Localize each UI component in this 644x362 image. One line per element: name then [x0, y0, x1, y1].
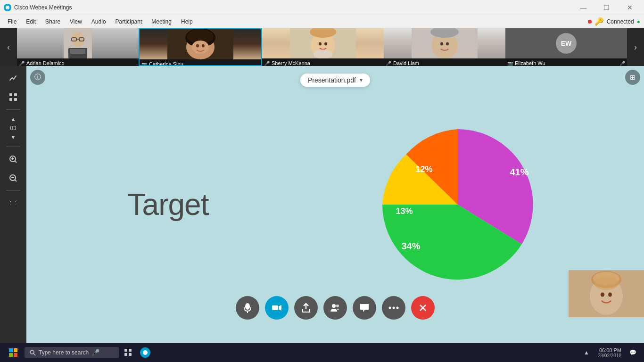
participant-video-elizabeth: EW	[505, 28, 627, 58]
webex-taskbar-icon-circle	[140, 347, 150, 358]
chat-button[interactable]	[353, 296, 376, 320]
mic-icon-adrian: 🎤	[19, 61, 25, 66]
info-button[interactable]: ⓘ	[30, 70, 45, 85]
participant-name-catherine: Catherine Sinu	[149, 61, 183, 66]
svg-point-25	[446, 42, 449, 46]
pie-chart: 41% 34% 13% 12%	[373, 120, 543, 289]
key-icon: 🔑	[594, 17, 604, 26]
window-controls[interactable]: — ☐ ✕	[573, 0, 640, 15]
mic-icon-david: 🎤	[386, 61, 391, 66]
menu-meeting[interactable]: Meeting	[148, 17, 175, 26]
participant-video-david	[384, 28, 505, 58]
minimize-button[interactable]: —	[573, 0, 594, 15]
layout-button[interactable]: ⊞	[625, 70, 640, 85]
menu-participant[interactable]: Participant	[112, 17, 146, 26]
strip-next-button[interactable]: ›	[627, 28, 644, 66]
svg-marker-47	[279, 305, 281, 311]
control-bar	[236, 296, 435, 320]
time-date: 06:00 PM 28/02/2018	[598, 347, 621, 358]
chart-label-purple: 41%	[510, 167, 528, 178]
windows-taskbar: Type here to search 🎤 ▲ 06:00 PM 28/02/2…	[0, 343, 644, 362]
close-button[interactable]: ✕	[619, 0, 640, 15]
share-button[interactable]	[294, 296, 318, 320]
presentation-dropdown-arrow: ▾	[360, 77, 363, 83]
mute-button[interactable]	[236, 296, 259, 320]
participant-name-bar-david: 🎤 David Liam	[384, 58, 505, 66]
participant-thumb-sherry[interactable]: 🎤 Sherry McKenna	[262, 28, 384, 66]
participant-name-bar-adrian: 🎤 Adrian Delamico	[17, 58, 139, 66]
page-number: 03	[10, 125, 16, 132]
notification-button[interactable]: 💬	[625, 345, 640, 360]
svg-point-53	[396, 307, 399, 309]
presentation-area: ⓘ ⊞ Presentation.pdf ▾ Target	[26, 66, 644, 343]
participants-button[interactable]	[323, 296, 347, 320]
strip-prev-button[interactable]: ‹	[0, 28, 17, 66]
menu-file[interactable]: File	[4, 17, 20, 26]
end-call-button[interactable]	[411, 296, 435, 320]
participant-avatar-elizabeth: EW	[556, 33, 577, 54]
webex-taskbar-icon-inner	[143, 350, 148, 355]
taskbar-search[interactable]: Type here to search 🎤	[25, 347, 119, 358]
svg-line-33	[15, 161, 17, 163]
menu-help[interactable]: Help	[177, 17, 197, 26]
system-tray: ▲ 06:00 PM 28/02/2018 💬	[579, 345, 640, 360]
toolbar-apps-button[interactable]	[4, 89, 23, 106]
main-area: ▲ 03 ▼ ⋮⋮ ⓘ ⊞ Presentation.pdf ▾ Target	[0, 66, 644, 343]
page-nav: ▲ 03 ▼	[4, 114, 23, 143]
connection-status: 🔑 Connected ●	[588, 17, 640, 26]
maximize-button[interactable]: ☐	[596, 0, 617, 15]
tray-date: 28/02/2018	[598, 353, 621, 358]
svg-rect-29	[14, 98, 17, 101]
participant-thumb-adrian[interactable]: 🎤 Adrian Delamico	[17, 28, 139, 66]
video-button[interactable]	[265, 296, 289, 320]
participant-name-bar-elizabeth: 📷 Elizabeth Wu 🎤	[505, 58, 627, 66]
menu-share[interactable]: Share	[41, 17, 64, 26]
participant-video-catherine	[140, 29, 261, 59]
toolbar-more-button[interactable]: ⋮⋮	[4, 195, 23, 212]
svg-rect-57	[14, 348, 17, 352]
svg-point-2	[71, 32, 84, 47]
more-button[interactable]	[382, 296, 405, 320]
participant-name-sherry: Sherry McKenna	[272, 60, 310, 66]
svg-rect-4	[70, 49, 85, 54]
participant-thumb-catherine[interactable]: 📷 Catherine Sinu	[139, 28, 262, 66]
svg-point-49	[332, 304, 336, 308]
participant-video-adrian	[17, 28, 139, 58]
toolbar-zoom-in-button[interactable]	[4, 151, 23, 168]
start-button[interactable]	[4, 343, 23, 362]
self-view	[569, 270, 644, 317]
tray-chevron[interactable]: ▲	[579, 345, 594, 360]
toolbar-separator-2	[6, 147, 20, 147]
microphone-icon: 🎤	[91, 349, 99, 356]
taskbar-search-text: Type here to search	[39, 349, 89, 356]
participant-name-elizabeth: Elizabeth Wu	[515, 60, 545, 66]
toolbar-annotate-button[interactable]	[4, 70, 23, 87]
svg-rect-46	[272, 305, 278, 310]
participant-thumb-elizabeth[interactable]: EW 📷 Elizabeth Wu 🎤	[505, 28, 627, 66]
mic-muted-elizabeth: 🎤	[619, 61, 625, 66]
page-up-button[interactable]: ▲	[4, 114, 23, 125]
participant-name-bar-catherine: 📷 Catherine Sinu	[140, 59, 261, 66]
toolbar-zoom-out-button[interactable]	[4, 170, 23, 187]
svg-point-19	[324, 42, 327, 46]
connected-indicator: ●	[637, 18, 640, 25]
presentation-header[interactable]: Presentation.pdf ▾	[300, 74, 370, 87]
svg-line-61	[33, 354, 35, 355]
pie-chart-svg	[373, 120, 543, 289]
window-title: Cisco Webex Meetings	[14, 4, 72, 11]
page-down-button[interactable]: ▼	[4, 132, 23, 143]
menu-edit[interactable]: Edit	[22, 17, 40, 26]
participant-thumb-david[interactable]: 🎤 David Liam	[384, 28, 505, 66]
webex-taskbar-icon[interactable]	[138, 345, 153, 360]
left-toolbar: ▲ 03 ▼ ⋮⋮	[0, 66, 26, 343]
menu-audio[interactable]: Audio	[88, 17, 110, 26]
svg-rect-28	[9, 98, 12, 101]
video-icon-elizabeth: 📷	[507, 61, 513, 66]
svg-point-0	[6, 6, 9, 9]
task-view-button[interactable]	[121, 345, 136, 360]
toolbar-separator-1	[6, 109, 20, 110]
svg-point-51	[389, 307, 391, 309]
svg-rect-56	[9, 348, 13, 352]
menu-view[interactable]: View	[66, 17, 86, 26]
svg-rect-65	[129, 353, 132, 356]
